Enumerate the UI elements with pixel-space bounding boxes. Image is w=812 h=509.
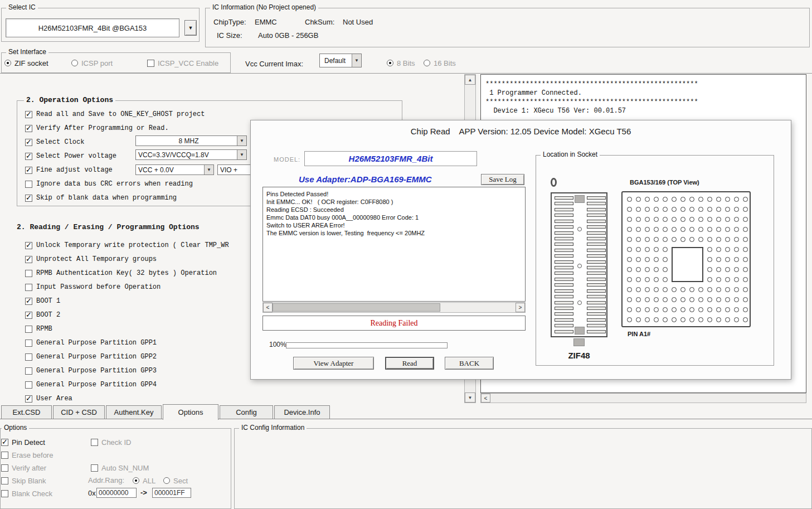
addr-from-input[interactable]: [96, 488, 137, 498]
tab-authent-key[interactable]: Authent.Key: [106, 405, 162, 419]
ic-info-group: IC Information (No Project opened) ChipT…: [205, 8, 810, 47]
icsp-vcc-option[interactable]: ICSP_VCC Enable: [147, 58, 218, 68]
checkbox[interactable]: [25, 125, 32, 132]
verify-after-option[interactable]: Verify after: [1, 463, 46, 473]
check-id-checkbox[interactable]: [91, 439, 98, 446]
icsp-port-radio[interactable]: [71, 60, 78, 66]
rw-row-gpp3[interactable]: General Purpose Partition GPP3: [25, 366, 157, 376]
scrollbar-thumb[interactable]: [273, 303, 440, 312]
checkbox[interactable]: [25, 298, 32, 305]
checkbox[interactable]: [25, 242, 32, 249]
ic-select-value: H26M52103FMR_4Bit @BGA153: [38, 24, 147, 32]
skip-blank-option[interactable]: Skip Blank: [1, 476, 46, 486]
icsp-vcc-checkbox[interactable]: [147, 60, 154, 67]
scroll-up-button[interactable]: ▲: [465, 75, 475, 85]
bits16-radio[interactable]: [424, 60, 430, 66]
rw-row-gpp4[interactable]: General Purpose Partition GPP4: [25, 380, 157, 390]
fine-vio-select[interactable]: VIO +: [217, 164, 254, 175]
tab-ext-csd[interactable]: Ext.CSD: [1, 405, 52, 419]
tab-config[interactable]: Config: [220, 405, 273, 419]
erase-before-option[interactable]: Erase before: [1, 450, 53, 460]
blank-check-option[interactable]: Blank Check: [1, 488, 52, 498]
addr-sect-option[interactable]: Sect: [163, 476, 188, 486]
power-voltage-select[interactable]: VCC=3.3V/VCCQ=1.8V ▼: [135, 149, 247, 160]
bits16-option[interactable]: 16 Bits: [424, 58, 456, 68]
addr-all-option[interactable]: ALL: [133, 476, 155, 486]
checkbox[interactable]: [25, 270, 32, 277]
scroll-left-button[interactable]: <: [263, 303, 273, 312]
rw-row-boot2[interactable]: BOOT 2: [25, 310, 60, 320]
addr-to-input[interactable]: [152, 488, 191, 498]
tab-options[interactable]: Options: [163, 404, 218, 420]
icsp-port-option[interactable]: ICSP port: [71, 58, 113, 68]
addr-sect-radio[interactable]: [163, 477, 170, 484]
rw-row-user-area[interactable]: User Area: [25, 394, 72, 404]
skip-blank-checkbox[interactable]: [1, 477, 8, 484]
tab-device-info[interactable]: Device.Info: [274, 405, 330, 419]
ic-select-combobox[interactable]: H26M52103FMR_4Bit @BGA153: [6, 18, 179, 37]
auto-sn-checkbox[interactable]: [91, 464, 98, 472]
tab-cid-csd[interactable]: CID + CSD: [53, 405, 105, 419]
checkbox[interactable]: [25, 340, 32, 347]
save-log-button[interactable]: Save Log: [481, 174, 524, 185]
checkbox[interactable]: [25, 167, 32, 174]
view-adapter-button[interactable]: View Adapter: [293, 357, 374, 370]
rw-row-rpmb-key[interactable]: RPMB Authentication Key( 32 bytes ) Oper…: [25, 268, 217, 278]
check-id-option[interactable]: Check ID: [91, 437, 131, 447]
checkbox[interactable]: [25, 395, 32, 403]
op-row-read-all[interactable]: Read all and Save to ONE_KEY_GHOST proje…: [25, 109, 205, 119]
scroll-down-button[interactable]: ▼: [465, 392, 475, 403]
rw-row-rpmb[interactable]: RPMB: [25, 324, 52, 334]
checkbox[interactable]: [25, 195, 32, 202]
back-button[interactable]: BACK: [445, 357, 494, 370]
clock-select[interactable]: 8 MHZ ▼: [135, 135, 247, 146]
checkbox[interactable]: [25, 153, 32, 160]
scroll-right-button[interactable]: >: [516, 303, 525, 312]
op-row-fine-adjust[interactable]: Fine adjust voltage: [25, 165, 113, 175]
rw-row-password[interactable]: Input Password before Operation: [25, 282, 161, 292]
op-row-ignore-crc[interactable]: Ignore data bus CRC errors when reading: [25, 179, 193, 189]
bits8-radio[interactable]: [387, 60, 393, 66]
op-row-skip-blank[interactable]: Skip of blank data when programming: [25, 193, 177, 203]
pin-detect-option[interactable]: Pin Detect: [1, 437, 45, 447]
op-row-power-voltage[interactable]: Select Power voltage: [25, 151, 116, 161]
checkbox[interactable]: [25, 367, 32, 375]
log-horizontal-scrollbar[interactable]: <: [480, 393, 806, 403]
bits8-option[interactable]: 8 Bits: [387, 58, 415, 68]
vcc-current-select[interactable]: Default ▼: [319, 54, 362, 67]
rw-row-unlock-tmp[interactable]: Unlock Temporary write protection ( Clea…: [25, 240, 229, 250]
dialog-log-box[interactable]: Pins Detected Passed! Init EMMC... OK! (…: [262, 187, 526, 302]
option-label: Ignore data bus CRC errors when reading: [36, 180, 193, 188]
checkbox[interactable]: [25, 256, 32, 263]
checkbox[interactable]: [25, 181, 32, 188]
erase-before-checkbox[interactable]: [1, 452, 8, 459]
fine-vcc-select[interactable]: VCC + 0.0V ▼: [135, 164, 214, 175]
zif-socket-radio[interactable]: [4, 60, 11, 66]
rw-row-unprotect[interactable]: Unprotect All Temporary groups: [25, 254, 157, 264]
vcc-current-label: Vcc Current Imax:: [245, 60, 303, 68]
scroll-left-button[interactable]: <: [481, 394, 490, 403]
checkbox[interactable]: [25, 312, 32, 319]
checkbox[interactable]: [25, 381, 32, 389]
dialog-horizontal-scrollbar[interactable]: < >: [262, 302, 526, 313]
read-button[interactable]: Read: [385, 357, 434, 370]
checkbox[interactable]: [25, 353, 32, 361]
auto-sn-option[interactable]: Auto SN_NUM: [91, 463, 149, 473]
checkbox[interactable]: [25, 139, 32, 146]
op-row-verify-after[interactable]: Verify After Programming or Read.: [25, 123, 169, 133]
zif-socket-option[interactable]: ZIF socket: [4, 58, 48, 68]
ic-size-label: IC Size:: [217, 31, 242, 40]
zif-pin-column: [587, 196, 606, 333]
verify-after-checkbox[interactable]: [1, 464, 8, 472]
op-row-select-clock[interactable]: Select Clock: [25, 137, 84, 147]
addr-all-radio[interactable]: [133, 477, 139, 484]
checkbox[interactable]: [25, 284, 32, 291]
rw-row-gpp2[interactable]: General Purpose Partition GPP2: [25, 352, 157, 362]
checkbox[interactable]: [25, 326, 32, 333]
blank-check-checkbox[interactable]: [1, 490, 8, 497]
rw-row-boot1[interactable]: BOOT 1: [25, 296, 60, 306]
ic-select-dropdown-button[interactable]: ▼: [184, 20, 197, 36]
checkbox[interactable]: [25, 111, 32, 118]
rw-row-gpp1[interactable]: General Purpose Partition GPP1: [25, 338, 157, 348]
pin-detect-checkbox[interactable]: [1, 439, 8, 446]
